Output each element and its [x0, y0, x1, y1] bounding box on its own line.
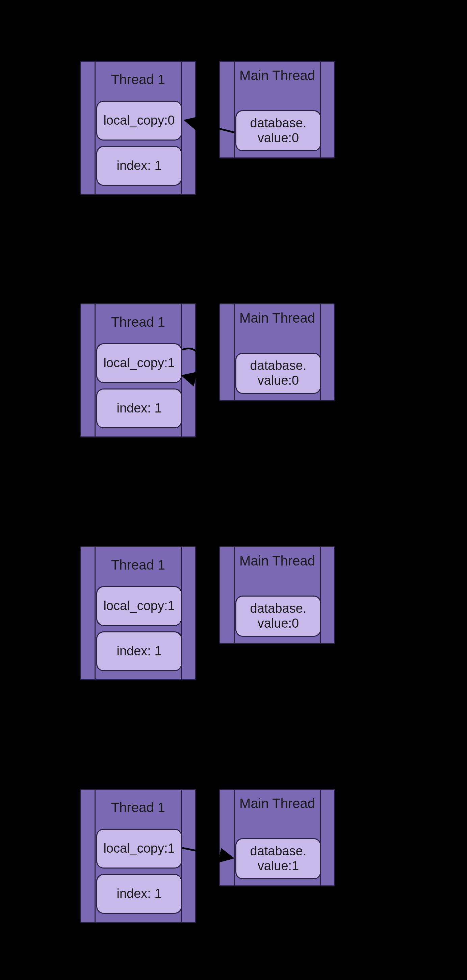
local-copy-value: local_copy:1	[103, 598, 175, 614]
thread1-box: Thread 1 local_copy:1 index: 1	[80, 789, 196, 923]
main-thread-title: Main Thread	[220, 310, 334, 325]
thread1-title: Thread 1	[81, 800, 195, 815]
local-copy-box: local_copy:1	[96, 829, 182, 869]
thread1-box: Thread 1 local_copy:0 index: 1	[80, 61, 196, 195]
local-copy-value: local_copy:1	[103, 841, 175, 856]
database-value-box: database. value:1	[235, 838, 321, 879]
database-value-box: database. value:0	[235, 353, 321, 394]
thread1-title: Thread 1	[81, 72, 195, 87]
thread1-title: Thread 1	[81, 315, 195, 330]
index-box: index: 1	[96, 874, 182, 914]
index-value: index: 1	[116, 644, 161, 659]
main-thread-box: Main Thread database. value:0	[219, 546, 335, 644]
database-value-box: database. value:0	[235, 110, 321, 151]
database-value: database. value:0	[250, 601, 307, 631]
database-value: database. value:0	[250, 116, 307, 145]
index-value: index: 1	[116, 401, 161, 416]
thread1-box: Thread 1 local_copy:1 index: 1	[80, 546, 196, 680]
database-value: database. value:1	[250, 844, 307, 873]
main-thread-title: Main Thread	[220, 796, 334, 811]
diagram-stage: Thread 1 local_copy:0 index: 1 Main Thre…	[0, 0, 467, 980]
thread1-title: Thread 1	[81, 557, 195, 573]
index-value: index: 1	[116, 886, 161, 901]
local-copy-box: local_copy:0	[96, 101, 182, 140]
main-thread-box: Main Thread database. value:0	[219, 303, 335, 401]
index-box: index: 1	[96, 146, 182, 186]
index-box: index: 1	[96, 388, 182, 428]
thread1-box: Thread 1 local_copy:1 index: 1	[80, 303, 196, 438]
index-value: index: 1	[116, 158, 161, 173]
database-value: database. value:0	[250, 358, 307, 388]
main-thread-box: Main Thread database. value:0	[219, 61, 335, 158]
local-copy-box: local_copy:1	[96, 586, 182, 626]
main-thread-title: Main Thread	[220, 553, 334, 568]
main-thread-box: Main Thread database. value:1	[219, 789, 335, 886]
database-value-box: database. value:0	[235, 595, 321, 637]
local-copy-value: local_copy:1	[103, 356, 175, 371]
local-copy-value: local_copy:0	[103, 113, 175, 128]
local-copy-box: local_copy:1	[96, 343, 182, 383]
index-box: index: 1	[96, 632, 182, 671]
main-thread-title: Main Thread	[220, 68, 334, 83]
